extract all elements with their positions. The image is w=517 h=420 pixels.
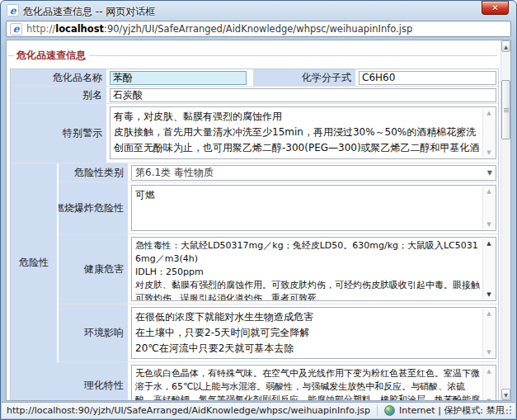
health-cell: 急性毒性：大鼠经LD50317mg／kg；兔经皮LD50。630mg/kg；大鼠… [129,234,498,304]
formula-input[interactable] [359,71,496,85]
scrollbar-up-button[interactable]: ▲ [501,40,510,52]
section-header: 危化品速查信息 [8,49,497,63]
chemical-info-table: 危化品名称 化学分子式 别名 [10,68,499,400]
row-alias: 别名 [11,87,498,104]
phys-textarea[interactable]: 无色或白色晶体，有特殊气味。在空气中及光线作用下变为粉红色甚至红色。室温下微溶于… [131,365,496,400]
alias-label: 别名 [11,87,108,103]
dialog-content: 危化品速查信息 危化品名称 化学分子式 别名 [6,40,511,401]
scrollbar-thumb[interactable] [501,80,510,139]
ie-logo-icon: e [7,4,19,17]
row-environment: 环境影响 在很低的浓度下就能对水生生物造成危害 在土壤中，只要2-5天时间就可完… [11,304,498,362]
legend-line-left [8,55,14,56]
address-bar[interactable]: e http://localhost:90/yjzh/UI/SafeArrang… [6,21,511,37]
status-bar: http://localhost:90/yjzh/UI/SafeArranged… [2,402,515,418]
phys-cell: 无色或白色晶体，有特殊气味。在空气中及光线作用下变为粉红色甚至红色。室温下微溶于… [129,362,498,400]
scroll-up-icon[interactable]: ▲ [486,310,491,317]
row-physicochemical: 理化特性 无色或白色晶体，有特殊气味。在空气中及光线作用下变为粉红色甚至红色。室… [11,362,498,400]
address-url: http://localhost:90/yjzh/UI/SafeArranged… [26,23,412,35]
legend-line-right [89,55,497,56]
env-label: 环境影响 [59,304,129,361]
fire-label: 燃烧爆炸危险性 [59,182,129,234]
hazard-class-select[interactable]: 第6.1类 毒性物质 ▼ [131,165,496,181]
page-scrollbar[interactable]: ▲ ▼ [501,40,510,400]
scroll-down-icon[interactable]: ▼ [486,221,491,228]
resize-grip[interactable] [510,413,511,414]
env-cell: 在很低的浓度下就能对水生生物造成危害 在土壤中，只要2-5天时间就可完全降解 2… [129,304,498,361]
row-fire-hazard: 燃烧爆炸危险性 可燃 ▲▼ [11,182,498,234]
warning-cell: 有毒，对皮肤、黏膜有强烈的腐蚀作用 皮肤接触，首先用大量清水冲洗至少15min，… [108,104,498,163]
url-host: localhost [55,23,104,35]
warning-textarea[interactable]: 有毒，对皮肤、黏膜有强烈的腐蚀作用 皮肤接触，首先用大量清水冲洗至少15min，… [110,106,496,159]
warning-scrollbar[interactable]: ▲▼ [482,108,495,158]
alias-cell [108,87,498,103]
status-url: http://localhost:90/yjzh/UI/SafeArranged… [7,405,370,416]
section-title: 危化品速查信息 [16,49,86,63]
group-spacer [11,362,59,400]
url-scheme: http:// [26,23,55,35]
phys-text: 无色或白色晶体，有特殊气味。在空气中及光线作用下变为粉红色甚至红色。室温下微溶于… [132,366,496,400]
hazard-group-label: 危险性 [19,256,49,270]
name-cell [108,69,251,86]
phys-label: 理化特性 [59,362,129,400]
scroll-up-icon[interactable]: ▲ [486,368,491,375]
health-textarea[interactable]: 急性毒性：大鼠经LD50317mg／kg；兔经皮LD50。630mg/kg；大鼠… [131,237,496,301]
window-title: 危化品速查信息 -- 网页对话框 [23,5,155,19]
scroll-up-icon[interactable]: ▲ [486,110,491,116]
hazard-class-label: 危险性类别 [59,163,129,182]
name-input[interactable] [110,71,247,85]
health-scrollbar[interactable]: ▲▼ [482,238,495,300]
phys-scrollbar[interactable]: ▲▼ [482,366,495,400]
formula-cell [357,69,498,86]
zone-text: Internet | 保护模式: 禁用 [399,404,505,417]
scroll-up-icon[interactable]: ▲ [486,240,491,247]
fire-cell: 可燃 ▲▼ [129,182,498,234]
thumb-grip-icon [504,110,509,111]
scrollbar-down-button[interactable]: ▼ [501,389,510,400]
scroll-down-icon[interactable]: ▼ [486,291,491,298]
hazard-class-cell: 第6.1类 毒性物质 ▼ [129,163,498,182]
scroll-down-icon[interactable]: ▼ [486,398,491,400]
dialog-window: e 危化品速查信息 -- 网页对话框 ✕ e http://localhost:… [0,0,517,420]
hazard-class-value: 第6.1类 毒性物质 [135,166,214,180]
scroll-down-icon[interactable]: ▼ [486,149,491,156]
fire-text: 可燃 [132,186,496,230]
warning-label: 特别警示 [11,104,108,163]
url-path: :90/yjzh/UI/SafeArranged/AidKnowledge/wh… [104,23,412,35]
row-health-hazard: 健康危害 急性毒性：大鼠经LD50317mg／kg；兔经皮LD50。630mg/… [11,234,498,304]
scroll-up-icon: ▲ [504,44,508,50]
env-scrollbar[interactable]: ▲▼ [482,309,495,357]
fire-textarea[interactable]: 可燃 ▲▼ [131,185,496,231]
close-icon: ✕ [491,4,498,12]
scroll-down-icon: ▼ [504,392,508,398]
chevron-down-icon: ▼ [487,169,492,177]
internet-zone-globe-icon [384,405,395,416]
warning-text: 有毒，对皮肤、黏膜有强烈的腐蚀作用 皮肤接触，首先用大量清水冲洗至少15min，… [110,107,496,158]
fire-scrollbar[interactable]: ▲▼ [482,186,495,229]
close-button[interactable]: ✕ [482,1,509,15]
title-bar: e 危化品速查信息 -- 网页对话框 ✕ [1,1,516,20]
hazard-group-cell: 危险性 [11,163,59,362]
scroll-down-icon[interactable]: ▼ [486,349,491,356]
row-warning: 特别警示 有毒，对皮肤、黏膜有强烈的腐蚀作用 皮肤接触，首先用大量清水冲洗至少1… [11,104,498,163]
row-name-formula: 危化品名称 化学分子式 [11,69,498,87]
name-label: 危化品名称 [11,69,108,86]
scroll-up-icon[interactable]: ▲ [486,188,491,195]
page-body: 危化品速查信息 危化品名称 化学分子式 别名 [7,40,501,400]
alias-input[interactable] [110,88,496,102]
row-hazard-class: 危险性类别 第6.1类 毒性物质 ▼ [11,163,498,182]
page-ie-icon: e [10,23,22,35]
env-textarea[interactable]: 在很低的浓度下就能对水生生物造成危害 在土壤中，只要2-5天时间就可完全降解 2… [131,307,496,359]
formula-label: 化学分子式 [251,69,357,86]
health-text: 急性毒性：大鼠经LD50317mg／kg；兔经皮LD50。630mg/kg；大鼠… [132,238,496,300]
env-text: 在很低的浓度下就能对水生生物造成危害 在土壤中，只要2-5天时间就可完全降解 2… [132,308,496,358]
status-separator [377,405,378,416]
health-label: 健康危害 [59,234,129,304]
